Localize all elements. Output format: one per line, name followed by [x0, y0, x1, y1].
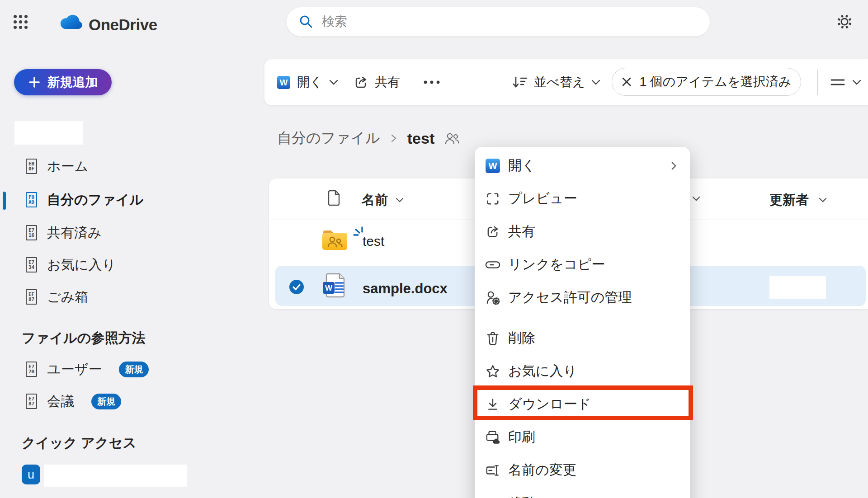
open-button[interactable]: W 開く: [277, 74, 338, 91]
redaction-box: [769, 276, 826, 299]
toolbar-divider: [817, 70, 818, 95]
sidebar-item-label: ごみ箱: [47, 288, 88, 306]
share-icon: [485, 224, 500, 240]
menu-item-manage-access[interactable]: アクセス許可の管理: [475, 281, 690, 314]
sort-button[interactable]: 並べ替え: [512, 74, 600, 91]
home-icon: EB0F: [26, 159, 37, 174]
file-type-column-icon: [328, 190, 340, 206]
sidebar-item-recycle-bin[interactable]: EF87 ごみ箱: [26, 287, 88, 307]
column-header-name[interactable]: 名前: [362, 191, 388, 209]
menu-item-label: 印刷: [508, 428, 535, 446]
sidebar-item-label: お気に入り: [47, 256, 116, 274]
favorites-icon: E734: [26, 257, 37, 272]
menu-item-favorite[interactable]: お気に入り: [475, 355, 690, 388]
column-header-modified-by[interactable]: 更新者: [769, 191, 809, 209]
sidebar-item-my-files[interactable]: F0A9 自分のファイル: [26, 190, 144, 210]
word-document-icon: W: [321, 272, 349, 300]
clear-selection-button[interactable]: 1 個のアイテムを選択済み: [612, 68, 801, 96]
more-commands-button[interactable]: [423, 80, 441, 85]
sidebar-item-people[interactable]: E77B ユーザー 新規: [26, 359, 149, 379]
sidebar-item-label: 共有済み: [47, 224, 102, 242]
menu-item-label: お気に入り: [508, 362, 577, 381]
search-input[interactable]: [321, 14, 705, 29]
plus-icon: [28, 76, 41, 89]
column-chevron-icon: [692, 196, 700, 202]
close-icon: [622, 77, 632, 87]
open-label: 開く: [297, 74, 323, 91]
menu-item-label: 名前の変更: [508, 461, 576, 479]
menu-item-label: リンクをコピー: [508, 255, 605, 274]
menu-item-label: 削除: [508, 329, 535, 348]
shared-icon: E716: [26, 225, 37, 240]
submenu-chevron-icon: [670, 160, 677, 171]
my-files-icon: F0A9: [26, 192, 37, 207]
copy-link-icon: [485, 257, 500, 272]
selection-status: 1 個のアイテムを選択済み: [640, 73, 792, 90]
selected-nav-indicator: [3, 192, 6, 210]
sidebar-item-meetings[interactable]: E787 会議 新規: [26, 391, 121, 411]
menu-item-copy-link[interactable]: リンクをコピー: [475, 248, 690, 281]
breadcrumb-my-files[interactable]: 自分のファイル: [277, 128, 380, 148]
sort-label: 並べ替え: [534, 74, 585, 91]
shared-folder-icon: [321, 229, 349, 251]
menu-item-label: 移動: [508, 494, 535, 498]
manage-access-icon: [485, 290, 500, 305]
menu-item-label: ダウンロード: [508, 395, 591, 413]
app-title: OneDrive: [89, 16, 157, 34]
menu-item-share[interactable]: 共有: [475, 215, 690, 248]
app-launcher-button[interactable]: [12, 14, 28, 30]
list-view-icon: [830, 76, 846, 88]
word-icon: W: [277, 75, 291, 89]
context-menu: W 開く プレビュー 共有: [475, 147, 690, 498]
menu-item-preview[interactable]: プレビュー: [475, 182, 690, 215]
preview-icon: [485, 191, 500, 207]
breadcrumb: 自分のファイル test: [277, 128, 460, 148]
settings-gear-icon[interactable]: [835, 13, 854, 31]
word-icon: W: [485, 158, 500, 174]
menu-item-rename[interactable]: 名前の変更: [475, 454, 690, 487]
download-icon: [485, 396, 500, 412]
add-new-button[interactable]: 新規追加: [14, 69, 112, 95]
sidebar-item-shared[interactable]: E716 共有済み: [26, 223, 102, 243]
view-options-button[interactable]: [830, 76, 861, 88]
share-icon: [354, 75, 368, 90]
favorite-icon: [485, 363, 500, 379]
svg-text:W: W: [325, 284, 333, 292]
share-button[interactable]: 共有: [354, 74, 400, 91]
selected-check-icon[interactable]: [289, 279, 304, 295]
chevron-down-icon: [396, 197, 404, 203]
svg-text:W: W: [488, 161, 497, 171]
sidebar-item-label: 会議: [47, 392, 74, 411]
onedrive-cloud-icon: [59, 14, 85, 31]
search-bar[interactable]: [286, 7, 710, 37]
menu-item-open[interactable]: W 開く: [475, 149, 690, 182]
breadcrumb-separator-icon: [390, 133, 397, 144]
menu-item-download[interactable]: ダウンロード: [475, 388, 690, 421]
browse-files-section-title: ファイルの参照方法: [22, 329, 146, 348]
quick-access-section-title: クイック アクセス: [22, 434, 137, 452]
menu-item-move[interactable]: 移動: [475, 487, 690, 498]
people-nav-icon: E77B: [26, 362, 37, 377]
delete-icon: [485, 330, 500, 346]
breadcrumb-current-folder[interactable]: test: [407, 130, 434, 147]
file-name[interactable]: sample.docx: [363, 281, 448, 297]
recycle-bin-icon: EF87: [26, 289, 37, 305]
new-badge: 新規: [91, 394, 121, 409]
meetings-nav-icon: E787: [26, 394, 37, 409]
menu-item-delete[interactable]: 削除: [475, 322, 690, 355]
command-toolbar: W 開く 共有 並べ替え: [264, 59, 868, 105]
sidebar-item-label: ユーザー: [47, 360, 102, 379]
sort-icon: [512, 75, 528, 89]
sidebar-item-favorites[interactable]: E734 お気に入り: [26, 255, 116, 275]
file-name[interactable]: test: [363, 234, 384, 249]
quick-access-site-tile[interactable]: u: [22, 465, 40, 484]
chevron-down-icon: [852, 79, 861, 85]
menu-item-print[interactable]: 印刷: [475, 421, 690, 454]
sidebar-item-label: ホーム: [47, 157, 88, 176]
sidebar-item-home[interactable]: EB0F ホーム: [26, 156, 88, 176]
onedrive-app: OneDrive 新規追加 EB0F ホーム F0A9: [0, 0, 868, 498]
menu-divider: [478, 318, 686, 318]
chevron-down-icon: [591, 79, 600, 85]
move-icon: [485, 495, 500, 498]
menu-item-label: 共有: [508, 222, 535, 241]
